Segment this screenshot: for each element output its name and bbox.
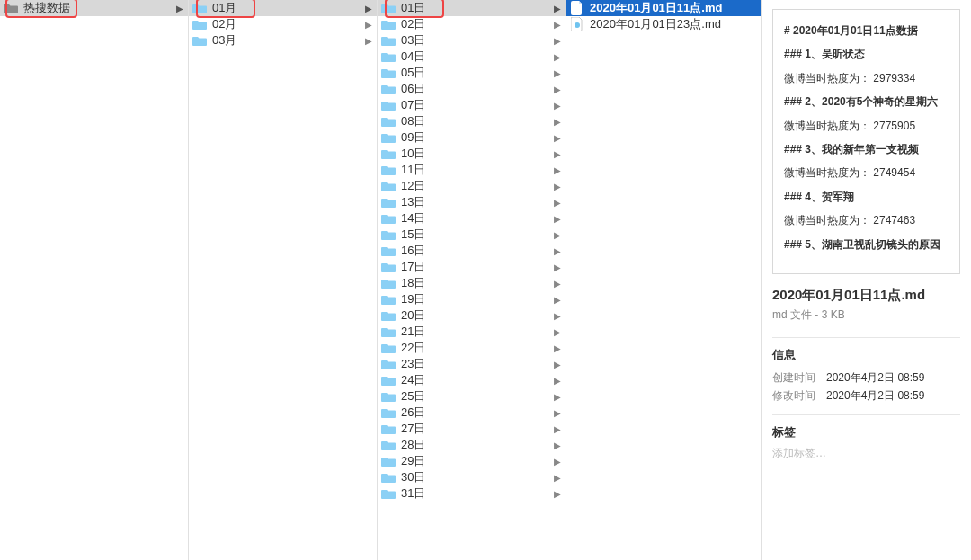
chevron-right-icon: ▶ [553,36,562,46]
chevron-right-icon: ▶ [364,4,373,13]
folder-day[interactable]: 02日▶ [378,16,566,32]
folder-label: 07日 [401,97,553,113]
folder-day[interactable]: 07日▶ [378,97,566,113]
folder-label: 09日 [401,129,553,146]
file-item[interactable]: 2020年01月01日11点.md [566,0,761,16]
divider [772,337,960,338]
folder-icon [381,277,396,289]
folder-day[interactable]: 17日▶ [378,259,566,275]
preview-line: ### 1、吴昕状态 [784,42,949,66]
folder-icon [381,471,396,484]
folder-icon [381,228,396,241]
folder-label: 11日 [401,162,553,178]
folder-label: 22日 [401,340,553,356]
chevron-right-icon: ▶ [364,20,373,30]
folder-icon [381,212,396,225]
folder-day[interactable]: 25日▶ [378,388,566,404]
folder-day[interactable]: 08日▶ [378,113,566,129]
folder-day[interactable]: 28日▶ [378,437,566,453]
folder-icon [381,406,396,419]
preview-pane: # 2020年01月01日11点数据### 1、吴昕状态微博当时热度为： 297… [762,0,971,560]
folder-day[interactable]: 19日▶ [378,291,566,307]
folder-day[interactable]: 31日▶ [378,485,566,502]
column-files: 2020年01月01日11点.md2020年01月01日23点.md [566,0,762,560]
preview-line: ### 5、湖南卫视乱切镜头的原因 [784,233,949,256]
folder-icon [381,325,396,338]
folder-day[interactable]: 05日▶ [378,65,566,81]
folder-day[interactable]: 18日▶ [378,275,566,291]
info-row: 创建时间2020年4月2日 08:59 [772,369,960,387]
folder-label: 31日 [401,485,553,502]
folder-icon [192,34,207,47]
folder-day[interactable]: 12日▶ [378,178,566,194]
chevron-right-icon: ▶ [553,408,562,418]
folder-label: 05日 [401,65,553,81]
info-value: 2020年4月2日 08:59 [826,387,924,404]
folder-month[interactable]: 01月▶ [189,0,377,16]
chevron-right-icon: ▶ [553,311,562,321]
folder-label: 15日 [401,227,553,243]
folder-day[interactable]: 21日▶ [378,324,566,340]
chevron-right-icon: ▶ [553,4,562,13]
finder-columns: 热搜数据 ▶ 01月▶02月▶03月▶ 01日▶02日▶03日▶04日▶05日▶… [0,0,971,560]
chevron-right-icon: ▶ [553,424,562,434]
chevron-right-icon: ▶ [553,52,562,62]
folder-day[interactable]: 01日▶ [378,0,566,16]
preview-line: # 2020年01月01日11点数据 [784,19,949,42]
folder-day[interactable]: 13日▶ [378,194,566,210]
chevron-right-icon: ▶ [553,84,562,94]
chevron-right-icon: ▶ [553,343,562,353]
info-key: 创建时间 [772,369,826,387]
folder-day[interactable]: 06日▶ [378,81,566,97]
folder-month[interactable]: 02月▶ [189,16,377,32]
folder-day[interactable]: 14日▶ [378,210,566,227]
preview-line: ### 3、我的新年第一支视频 [784,138,949,161]
folder-day[interactable]: 10日▶ [378,146,566,162]
folder-icon [381,99,396,111]
folder-label: 30日 [401,469,553,485]
folder-label: 20日 [401,307,553,324]
file-label: 2020年01月01日11点.md [590,0,757,16]
folder-day[interactable]: 03日▶ [378,32,566,49]
folder-day[interactable]: 09日▶ [378,129,566,146]
folder-icon [4,2,18,14]
folder-day[interactable]: 27日▶ [378,421,566,437]
folder-label: 17日 [401,259,553,275]
column-days: 01日▶02日▶03日▶04日▶05日▶06日▶07日▶08日▶09日▶10日▶… [378,0,566,560]
folder-day[interactable]: 04日▶ [378,49,566,65]
folder-icon [381,390,396,403]
chevron-right-icon: ▶ [553,149,562,159]
folder-day[interactable]: 22日▶ [378,340,566,356]
chevron-right-icon: ▶ [553,279,562,289]
folder-icon [381,261,396,273]
folder-icon [381,487,396,500]
folder-icon [192,18,207,31]
folder-day[interactable]: 20日▶ [378,307,566,324]
chevron-right-icon: ▶ [364,36,373,46]
info-value: 2020年4月2日 08:59 [826,369,924,387]
chevron-right-icon: ▶ [553,101,562,111]
file-item[interactable]: 2020年01月01日23点.md [566,16,761,32]
preview-filesub: md 文件 - 3 KB [772,307,960,323]
chevron-right-icon: ▶ [553,198,562,208]
chevron-right-icon: ▶ [175,4,184,13]
folder-day[interactable]: 15日▶ [378,227,566,243]
tags-placeholder[interactable]: 添加标签… [772,446,960,461]
preview-line: 微博当时热度为： 2775905 [784,114,949,138]
folder-day[interactable]: 29日▶ [378,453,566,469]
chevron-right-icon: ▶ [553,246,562,256]
folder-month[interactable]: 03月▶ [189,32,377,49]
folder-day[interactable]: 30日▶ [378,469,566,485]
folder-label: 03月 [212,32,364,49]
folder-label: 26日 [401,404,553,421]
svg-point-0 [575,22,580,28]
folder-day[interactable]: 16日▶ [378,243,566,259]
folder-root[interactable]: 热搜数据 ▶ [0,0,188,16]
folder-label: 13日 [401,194,553,210]
folder-day[interactable]: 24日▶ [378,372,566,388]
folder-day[interactable]: 23日▶ [378,356,566,372]
folder-icon [381,309,396,322]
info-header: 信息 [772,347,960,363]
folder-day[interactable]: 11日▶ [378,162,566,178]
folder-day[interactable]: 26日▶ [378,404,566,421]
